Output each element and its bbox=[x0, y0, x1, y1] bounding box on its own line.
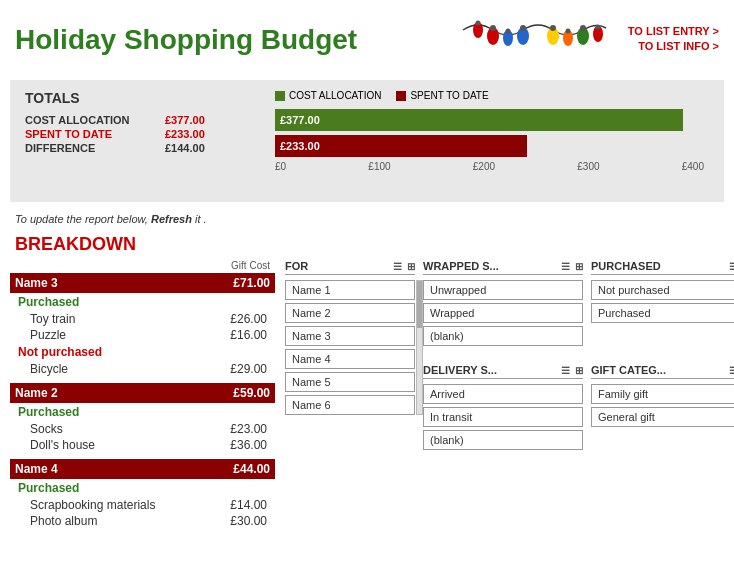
bar-green-value: £377.00 bbox=[280, 114, 320, 126]
delivery-item-blank[interactable]: (blank) bbox=[423, 430, 583, 450]
wrapped-item-blank[interactable]: (blank) bbox=[423, 326, 583, 346]
purchased-filter-header: PURCHASED ☰ ⊞ bbox=[591, 260, 734, 275]
name4-label: Name 4 bbox=[15, 462, 58, 476]
name3-item-toy-train: Toy train £26.00 bbox=[10, 311, 275, 327]
difference-label: DIFFERENCE bbox=[25, 142, 155, 154]
legend-spent-to-date: SPENT TO DATE bbox=[396, 90, 488, 101]
totals-title: TOTALS bbox=[25, 90, 245, 106]
name2-total: £59.00 bbox=[233, 386, 270, 400]
gift-category-item-general[interactable]: General gift bbox=[591, 407, 734, 427]
name3-not-purchased-label: Not purchased bbox=[10, 343, 275, 361]
to-list-entry-link[interactable]: TO LIST ENTRY > bbox=[628, 25, 719, 37]
puzzle-name: Puzzle bbox=[30, 328, 66, 342]
svg-point-9 bbox=[475, 21, 480, 26]
axis-200: £200 bbox=[473, 161, 495, 172]
for-filter-col: FOR ☰ ⊞ Name 1 Name 2 Name 3 Name 4 Name… bbox=[285, 260, 415, 535]
svg-point-5 bbox=[550, 25, 556, 31]
main-content: Gift Cost Name 3 £71.00 Purchased Toy tr… bbox=[0, 260, 734, 535]
chart-area: £377.00 £233.00 £0 £100 £200 £300 £400 bbox=[275, 109, 709, 192]
filter-columns: FOR ☰ ⊞ Name 1 Name 2 Name 3 Name 4 Name… bbox=[285, 260, 734, 535]
for-item-name2[interactable]: Name 2 bbox=[285, 303, 415, 323]
gift-category-sort-icon[interactable]: ☰ bbox=[729, 365, 734, 376]
socks-name: Socks bbox=[30, 422, 63, 436]
for-items-container: Name 1 Name 2 Name 3 Name 4 Name 5 Name … bbox=[285, 280, 415, 415]
bottom-filter-row: DELIVERY S... ☰ ⊞ Arrived In transit (bl… bbox=[423, 364, 734, 453]
name3-item-bicycle: Bicycle £29.00 bbox=[10, 361, 275, 377]
chart-axis: £0 £100 £200 £300 £400 bbox=[275, 161, 709, 172]
chart-legend: COST ALLOCATION SPENT TO DATE bbox=[275, 90, 709, 101]
photo-album-cost: £30.00 bbox=[230, 514, 267, 528]
delivery-item-in-transit[interactable]: In transit bbox=[423, 407, 583, 427]
name3-header-row: Name 3 £71.00 bbox=[10, 273, 275, 293]
name3-block: Name 3 £71.00 Purchased Toy train £26.00… bbox=[10, 273, 275, 377]
for-filter-title: FOR bbox=[285, 260, 388, 272]
purchased-item-not-purchased[interactable]: Not purchased bbox=[591, 280, 734, 300]
svg-point-15 bbox=[595, 25, 600, 30]
for-item-name1[interactable]: Name 1 bbox=[285, 280, 415, 300]
for-item-name3[interactable]: Name 3 bbox=[285, 326, 415, 346]
bar-row-green: £377.00 bbox=[275, 109, 709, 131]
bar-red: £233.00 bbox=[275, 135, 527, 157]
gift-category-filter-col: GIFT CATEG... ☰ ⊞ Family gift General gi… bbox=[591, 364, 734, 453]
spent-to-date-label: SPENT TO DATE bbox=[25, 128, 155, 140]
wrapped-filter-icon[interactable]: ⊞ bbox=[575, 261, 583, 272]
for-item-name6[interactable]: Name 6 bbox=[285, 395, 415, 415]
name4-block: Name 4 £44.00 Purchased Scrapbooking mat… bbox=[10, 459, 275, 529]
name3-total: £71.00 bbox=[233, 276, 270, 290]
delivery-filter-header: DELIVERY S... ☰ ⊞ bbox=[423, 364, 583, 379]
delivery-filter-icon[interactable]: ⊞ bbox=[575, 365, 583, 376]
totals-difference-row: DIFFERENCE £144.00 bbox=[25, 142, 245, 154]
name2-item-dolls-house: Doll's house £36.00 bbox=[10, 437, 275, 453]
name3-label: Name 3 bbox=[15, 276, 58, 290]
right-filter-pairs: WRAPPED S... ☰ ⊞ Unwrapped Wrapped (blan… bbox=[423, 260, 734, 535]
top-filter-row: WRAPPED S... ☰ ⊞ Unwrapped Wrapped (blan… bbox=[423, 260, 734, 349]
wrapped-filter-header: WRAPPED S... ☰ ⊞ bbox=[423, 260, 583, 275]
gift-cost-header: Gift Cost bbox=[10, 260, 275, 271]
dolls-house-cost: £36.00 bbox=[230, 438, 267, 452]
nav-links: TO LIST ENTRY > TO LIST INFO > bbox=[628, 25, 719, 55]
for-item-name4[interactable]: Name 4 bbox=[285, 349, 415, 369]
name4-purchased-label: Purchased bbox=[10, 479, 275, 497]
refresh-note: To update the report below, Refresh it . bbox=[0, 207, 734, 231]
purchased-item-purchased[interactable]: Purchased bbox=[591, 303, 734, 323]
name3-item-puzzle: Puzzle £16.00 bbox=[10, 327, 275, 343]
delivery-sort-icon[interactable]: ☰ bbox=[561, 365, 570, 376]
legend-red-label: SPENT TO DATE bbox=[410, 90, 488, 101]
refresh-note-text: To update the report below, bbox=[15, 213, 151, 225]
refresh-link[interactable]: Refresh bbox=[151, 213, 192, 225]
for-filter-icon[interactable]: ⊞ bbox=[407, 261, 415, 272]
purchased-filter-title: PURCHASED bbox=[591, 260, 724, 272]
difference-value: £144.00 bbox=[165, 142, 205, 154]
scrollbar-thumb[interactable] bbox=[417, 281, 422, 328]
name3-purchased-label: Purchased bbox=[10, 293, 275, 311]
totals-spent-row: SPENT TO DATE £233.00 bbox=[25, 128, 245, 140]
svg-point-1 bbox=[490, 25, 496, 31]
name2-block: Name 2 £59.00 Purchased Socks £23.00 Dol… bbox=[10, 383, 275, 453]
svg-point-7 bbox=[580, 25, 586, 31]
wrapped-item-wrapped[interactable]: Wrapped bbox=[423, 303, 583, 323]
scrapbook-name: Scrapbooking materials bbox=[30, 498, 155, 512]
totals-chart: COST ALLOCATION SPENT TO DATE £377.00 £2… bbox=[275, 90, 709, 192]
toy-train-name: Toy train bbox=[30, 312, 75, 326]
name4-item-photo-album: Photo album £30.00 bbox=[10, 513, 275, 529]
delivery-item-arrived[interactable]: Arrived bbox=[423, 384, 583, 404]
cost-allocation-label: COST ALLOCATION bbox=[25, 114, 155, 126]
purchased-sort-icon[interactable]: ☰ bbox=[729, 261, 734, 272]
for-sort-icon[interactable]: ☰ bbox=[393, 261, 402, 272]
wrapped-item-unwrapped[interactable]: Unwrapped bbox=[423, 280, 583, 300]
bicycle-name: Bicycle bbox=[30, 362, 68, 376]
for-item-name5[interactable]: Name 5 bbox=[285, 372, 415, 392]
gift-category-item-family[interactable]: Family gift bbox=[591, 384, 734, 404]
axis-300: £300 bbox=[577, 161, 599, 172]
svg-point-13 bbox=[565, 29, 570, 34]
breakdown-table: Gift Cost Name 3 £71.00 Purchased Toy tr… bbox=[10, 260, 275, 535]
svg-point-11 bbox=[505, 29, 510, 34]
delivery-filter-col: DELIVERY S... ☰ ⊞ Arrived In transit (bl… bbox=[423, 364, 583, 453]
wrapped-sort-icon[interactable]: ☰ bbox=[561, 261, 570, 272]
name4-total: £44.00 bbox=[233, 462, 270, 476]
legend-red-dot bbox=[396, 91, 406, 101]
bar-red-value: £233.00 bbox=[280, 140, 320, 152]
to-list-info-link[interactable]: TO LIST INFO > bbox=[638, 40, 719, 52]
gift-category-filter-title: GIFT CATEG... bbox=[591, 364, 724, 376]
delivery-filter-title: DELIVERY S... bbox=[423, 364, 556, 376]
